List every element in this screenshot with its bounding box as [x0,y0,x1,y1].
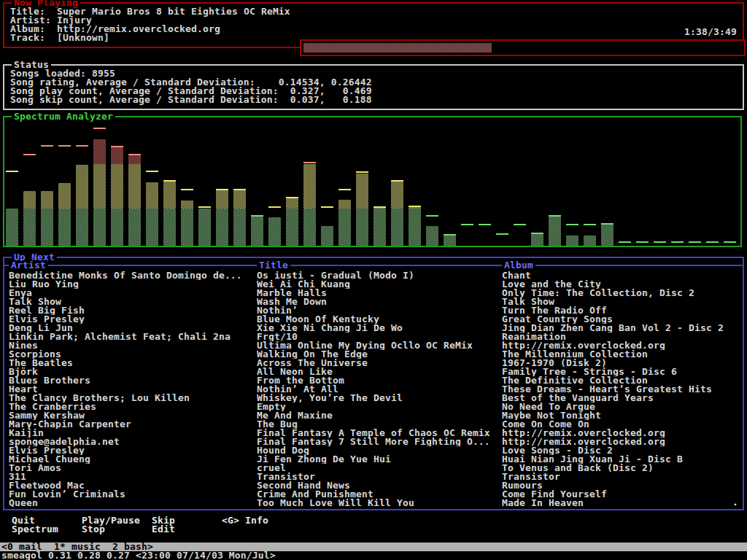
playlist-cell-title[interactable]: Os iusti - Gradual (Modo I) [257,271,500,280]
playlist-cell-artist[interactable]: The Clancy Brothers; Lou Killen [9,394,252,402]
spectrum-peak-marker [461,224,473,225]
playlist-cell-album[interactable]: Great Country Songs [502,315,740,324]
spectrum-bar [128,154,141,246]
playlist-cell-artist[interactable]: Benedictine Monks Of Santo Domingo de... [9,271,252,280]
playlist-cell-album[interactable]: Transistor [502,472,740,481]
playlist-cell-album[interactable]: Come On Come On [502,420,740,429]
now-playing-track-row: Track:[Unknown] [10,34,290,42]
playlist-cell-artist[interactable]: The Beatles [9,359,252,368]
spectrum-peak-marker [268,206,281,208]
keybinding-edit[interactable]: Edit [152,525,175,534]
playlist-cell-title[interactable]: Ji Fen Zhong De Yue Hui [257,455,500,464]
playlist-cell-title[interactable]: Empty [257,402,500,411]
spectrum-bar-segment-yellow [216,190,228,209]
playlist-cell-title[interactable]: Crime And Punishment [257,490,500,499]
playlist-cell-album[interactable]: Best of the Vanguard Years [502,394,740,402]
spectrum-peak-marker [514,224,526,225]
playlist-cell-album[interactable]: Only Time: The Collection, Disc 2 [502,289,740,298]
playlist-cell-artist[interactable]: Scorpions [9,350,252,359]
playlist-cell-album[interactable]: These Dreams - Heart’s Greatest Hits [502,385,740,394]
spectrum-bar [444,234,456,246]
playlist-cell-album[interactable]: Jing Dian Zhen Cang Ban Vol 2 - Disc 2 [502,324,740,332]
playlist-cell-artist[interactable]: The Cranberries [9,402,252,411]
playlist-cell-album[interactable]: Come Find Yourself [502,490,740,499]
playlist-cell-album[interactable]: Love and the City [502,280,740,289]
playlist-cell-title[interactable]: Second Hand News [257,481,500,490]
playlist-cell-title[interactable]: Transistor [257,472,500,481]
playlist-cell-title[interactable]: Final Fantasy A Temple of Chaos OC Remix [257,429,500,438]
playlist-cell-title[interactable]: Ultima Online My Dying Ocllo OC ReMix [257,341,500,350]
column-header-rule [4,265,743,266]
playlist-cell-title[interactable]: Me And Maxine [257,411,500,420]
playlist-cell-artist[interactable]: Reel Big Fish [9,306,252,315]
playlist-cell-artist[interactable]: sponge@adelphia.net [9,438,252,446]
playlist-cell-title[interactable]: Hound Dog [257,446,500,455]
playlist-cell-title[interactable]: Across The Universe [257,359,500,368]
spectrum-bar [268,206,281,246]
song-progress-bar[interactable] [300,39,746,56]
playlist-cell-artist[interactable]: Elvis Presley [9,446,252,455]
playlist-cell-title[interactable]: Whiskey, You’re The Devil [257,394,500,402]
playlist-cell-album[interactable]: Reanimation [502,332,740,341]
playlist-cell-artist[interactable]: Tori Amos [9,464,252,472]
playlist-cell-album[interactable]: http://remix.overclocked.org [502,438,740,446]
playlist-cell-title[interactable]: The Bug [257,420,500,429]
playlist-cell-title[interactable]: Nothin’ [257,306,500,315]
playlist-cell-title[interactable]: Too Much Love Will Kill You [257,499,500,508]
playlist-cell-artist[interactable]: Björk [9,368,252,376]
keybinding-g-info[interactable]: <G> Info [222,516,268,525]
playlist-cell-title[interactable]: Walking On The Edge [257,350,500,359]
playlist-cell-album[interactable]: Chant [502,271,740,280]
playlist-cell-album[interactable]: Talk Show [502,298,740,306]
playlist-cell-title[interactable]: Wash Me Down [257,298,500,306]
playlist-cell-album[interactable]: Rumours [502,481,740,490]
playlist-cell-artist[interactable]: Deng Li Jun [9,324,252,332]
playlist-cell-title[interactable]: Blue Moon Of Kentucky [257,315,500,324]
playlist-cell-artist[interactable]: Queen [9,499,252,508]
playlist-cell-title[interactable]: Wei Ai Chi Kuang [257,280,500,289]
playlist-cell-artist[interactable]: Talk Show [9,298,252,306]
playlist-cell-title[interactable]: From the Bottom [257,376,500,385]
playlist-cell-artist[interactable]: Heart [9,385,252,394]
playlist-cell-title[interactable]: All Neon Like [257,368,500,376]
playlist-cell-title[interactable]: Xie Xie Ni Chang Ji De Wo [257,324,500,332]
playlist-cell-album[interactable]: Maybe Not Tonight [502,411,740,420]
playlist-cell-album[interactable]: 1967-1970 (Disk 2) [502,359,740,368]
playlist-cell-album[interactable]: The Millennium Collection [502,350,740,359]
playlist-cell-album[interactable]: http://remix.overclocked.org [502,429,740,438]
playlist-cell-artist[interactable]: Kaijin [9,429,252,438]
playlist-cell-artist[interactable]: Fun Lovin’ Criminals [9,490,252,499]
now-playing-title-row: Title:Super Mario Bros 8 bit Eighties OC… [10,7,290,16]
playlist-cell-artist[interactable]: Blues Brothers [9,376,252,385]
spectrum-bar-segment-yellow [391,182,403,209]
playlist-cell-album[interactable]: The Definitive Collection [502,376,740,385]
playlist-cell-artist[interactable]: Nines [9,341,252,350]
playlist-cell-artist[interactable]: Elvis Presley [9,315,252,324]
playlist-cell-artist[interactable]: Sammy Kershaw [9,411,252,420]
playlist-cell-artist[interactable]: Michael Chueng [9,455,252,464]
playlist-cell-album[interactable]: Turn The Radio Off [502,306,740,315]
playlist-cell-album[interactable]: http://remix.overclocked.org [502,341,740,350]
keybinding-stop[interactable]: Stop [82,525,105,534]
spectrum-bar [146,171,158,246]
keybinding-spectrum[interactable]: Spectrum [12,525,58,534]
playlist-cell-title[interactable]: Final Fantasy 7 Still More Fighting O... [257,438,500,446]
playlist-cell-artist[interactable]: Enya [9,289,252,298]
playlist-cell-artist[interactable]: Linkin Park; Alchemist Feat; Chali 2na [9,332,252,341]
playlist-cell-album[interactable]: Love Songs - Disc 2 [502,446,740,455]
playlist-cell-album[interactable]: No Need To Argue [502,402,740,411]
playlist-cell-title[interactable]: Frgt/10 [257,332,500,341]
playlist-cell-album[interactable]: Huai Nian Jing Xuan Ji - Disc B [502,455,740,464]
playlist-cell-title[interactable]: Marble Halls [257,289,500,298]
playlist-cell-album[interactable]: Family Tree - Strings - Disc 6 [502,368,740,376]
playlist-cell-album[interactable]: To Venus and Back (Disc 2) [502,464,740,472]
spectrum-bar-segment-green [198,209,211,246]
playlist-cell-artist[interactable]: 311 [9,472,252,481]
playlist-cell-artist[interactable]: Fleetwood Mac [9,481,252,490]
playlist-cell-album[interactable]: Made In Heaven [502,499,740,508]
spectrum-bar-segment-green [374,209,386,246]
playlist-cell-artist[interactable]: Liu Ruo Ying [9,280,252,289]
playlist-cell-title[interactable]: Nothin’ At All [257,385,500,394]
playlist-cell-title[interactable]: cruel [257,464,500,472]
playlist-cell-artist[interactable]: Mary-Chapin Carpenter [9,420,252,429]
